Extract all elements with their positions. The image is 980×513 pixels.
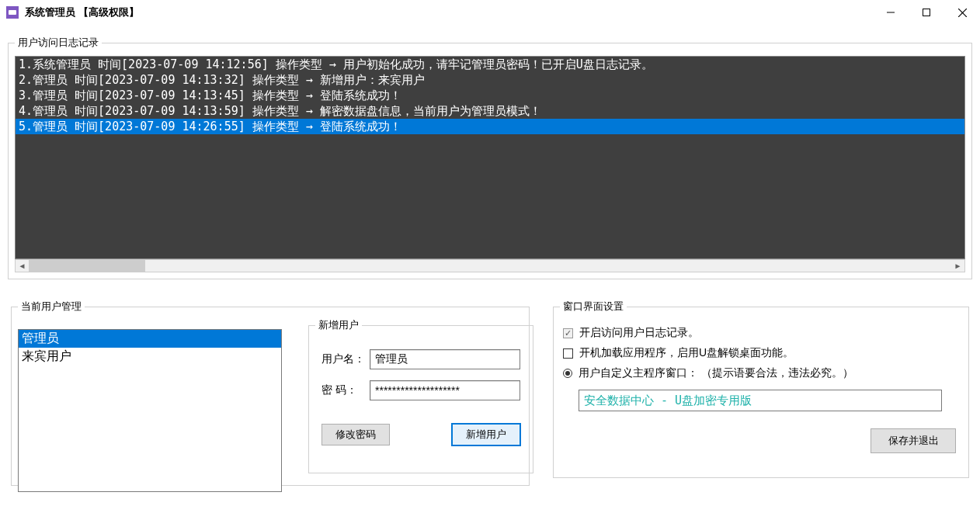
window-title: 系统管理员 【高级权限】 — [25, 5, 139, 19]
user-row[interactable]: 来宾用户 — [19, 348, 281, 366]
user-mgmt-group: 当前用户管理 管理员来宾用户 新增用户 用户名： 密 码： 修改密码 新增用户 — [11, 300, 530, 486]
new-user-group: 新增用户 用户名： 密 码： 修改密码 新增用户 — [308, 318, 533, 473]
minimize-button[interactable] — [873, 0, 909, 25]
svg-rect-1 — [923, 9, 930, 16]
scroll-right-icon[interactable]: ► — [951, 260, 964, 272]
username-input[interactable] — [370, 349, 520, 369]
scroll-track[interactable] — [29, 260, 951, 272]
log-scrollbar[interactable]: ◄ ► — [15, 259, 965, 272]
log-row[interactable]: 5.管理员 时间[2023-07-09 14:26:55] 操作类型 → 登陆系… — [16, 119, 964, 134]
log-row[interactable]: 2.管理员 时间[2023-07-09 14:13:32] 操作类型 → 新增用… — [16, 72, 964, 88]
enable-log-checkbox[interactable] — [563, 328, 573, 338]
autostart-label: 开机加载应用程序，启用U盘解锁桌面功能。 — [579, 346, 794, 360]
custom-title-input[interactable] — [579, 390, 942, 411]
user-row[interactable]: 管理员 — [19, 330, 281, 348]
settings-legend: 窗口界面设置 — [560, 300, 627, 314]
close-button[interactable] — [944, 0, 980, 25]
close-icon — [958, 9, 967, 17]
log-list[interactable]: 1.系统管理员 时间[2023-07-09 14:12:56] 操作类型 → 用… — [15, 56, 965, 259]
add-user-button[interactable]: 新增用户 — [452, 424, 520, 445]
maximize-button[interactable] — [909, 0, 944, 25]
custom-window-radio[interactable] — [563, 369, 572, 378]
user-list[interactable]: 管理员来宾用户 — [18, 329, 282, 492]
new-user-legend: 新增用户 — [315, 318, 362, 332]
settings-group: 窗口界面设置 开启访问用户日志记录。 开机加载应用程序，启用U盘解锁桌面功能。 … — [553, 300, 969, 478]
user-mgmt-legend: 当前用户管理 — [18, 300, 85, 314]
log-row[interactable]: 4.管理员 时间[2023-07-09 14:13:59] 操作类型 → 解密数… — [16, 103, 964, 119]
minimize-icon — [887, 9, 895, 16]
custom-window-label: 用户自定义主程序窗口： （提示语要合法，违法必究。） — [579, 366, 853, 380]
maximize-icon — [923, 9, 930, 16]
log-legend: 用户访问日志记录 — [15, 36, 102, 50]
titlebar: 系统管理员 【高级权限】 — [0, 0, 980, 25]
window-controls — [873, 0, 980, 25]
enable-log-label: 开启访问用户日志记录。 — [579, 326, 699, 340]
save-exit-button[interactable]: 保存并退出 — [871, 428, 956, 453]
modify-password-button[interactable]: 修改密码 — [321, 424, 390, 445]
autostart-checkbox[interactable] — [563, 348, 573, 359]
password-label: 密 码： — [321, 383, 370, 397]
log-group: 用户访问日志记录 1.系统管理员 时间[2023-07-09 14:12:56]… — [8, 36, 972, 279]
app-icon — [6, 6, 19, 19]
username-label: 用户名： — [321, 352, 370, 366]
password-input[interactable] — [370, 380, 520, 400]
log-row[interactable]: 3.管理员 时间[2023-07-09 14:13:45] 操作类型 → 登陆系… — [16, 88, 964, 103]
scroll-thumb[interactable] — [29, 260, 145, 272]
scroll-left-icon[interactable]: ◄ — [16, 260, 29, 272]
log-row[interactable]: 1.系统管理员 时间[2023-07-09 14:12:56] 操作类型 → 用… — [16, 57, 964, 72]
